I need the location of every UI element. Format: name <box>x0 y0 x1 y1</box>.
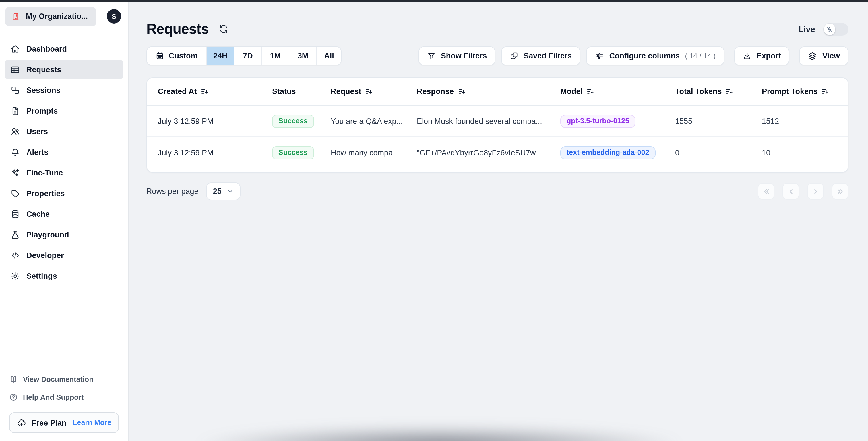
column-header-model[interactable]: Model <box>560 87 675 96</box>
last-page-button[interactable] <box>832 183 848 200</box>
sidebar-item-alerts[interactable]: Alerts <box>5 142 123 162</box>
sidebar-item-dashboard[interactable]: Dashboard <box>5 39 123 59</box>
toolbar: Custom 24H 7D 1M 3M All Show Filters Sav… <box>146 46 848 65</box>
funnel-icon <box>427 52 436 60</box>
sidebar-item-cache[interactable]: Cache <box>5 204 123 224</box>
column-header-created-at[interactable]: Created At <box>158 87 272 96</box>
time-range-selector: Custom 24H 7D 1M 3M All <box>146 46 342 65</box>
building-icon <box>12 12 21 21</box>
prompt-tokens-cell: 1512 <box>762 117 848 125</box>
response-cell: "GF+/PAvdYbyrrGo8yFz6vIeSU7w... <box>417 148 560 157</box>
sidebar-item-requests[interactable]: Requests <box>5 60 123 79</box>
show-filters-button[interactable]: Show Filters <box>418 46 496 65</box>
bell-icon <box>10 147 20 157</box>
live-toggle[interactable] <box>823 23 848 35</box>
column-header-prompt-tokens[interactable]: Prompt Tokens <box>762 87 848 96</box>
configure-columns-button[interactable]: Configure columns ( 14 / 14 ) <box>586 46 724 65</box>
time-range-custom[interactable]: Custom <box>147 47 206 65</box>
users-icon <box>10 127 20 136</box>
table-row[interactable]: July 3 12:59 PM Success You are a Q&A ex… <box>147 105 848 137</box>
time-range-3m[interactable]: 3M <box>289 47 317 65</box>
org-name: My Organizatio... <box>26 12 88 21</box>
view-documentation-link[interactable]: View Documentation <box>9 370 119 388</box>
time-range-all[interactable]: All <box>317 47 341 65</box>
layers-icon <box>808 51 817 61</box>
calendar-icon <box>156 52 164 60</box>
status-cell: Success <box>272 114 331 128</box>
sidebar-item-fine-tune[interactable]: Fine-Tune <box>5 163 123 182</box>
model-cell: gpt-3.5-turbo-0125 <box>560 114 675 128</box>
first-page-button[interactable] <box>758 183 774 200</box>
sidebar-item-playground[interactable]: Playground <box>5 225 123 244</box>
model-badge: text-embedding-ada-002 <box>560 146 656 159</box>
org-header: My Organizatio... S <box>0 0 128 33</box>
sidebar-item-prompts[interactable]: Prompts <box>5 101 123 121</box>
status-badge: Success <box>272 114 314 128</box>
sidebar-nav: Dashboard Requests Sessions Prompts User… <box>0 33 128 285</box>
column-header-total-tokens[interactable]: Total Tokens <box>675 87 762 96</box>
requests-table: Created At Status Request Response Model <box>146 77 848 173</box>
live-toggle-knob <box>824 23 835 35</box>
saved-filters-button[interactable]: Saved Filters <box>501 46 580 65</box>
page-header: Requests Live <box>146 20 848 38</box>
sidebar-item-sessions[interactable]: Sessions <box>5 80 123 100</box>
request-cell: You are a Q&A exp... <box>331 117 417 125</box>
sidebar-item-users[interactable]: Users <box>5 122 123 141</box>
pager-buttons <box>758 183 848 200</box>
time-range-1m[interactable]: 1M <box>261 47 289 65</box>
view-button[interactable]: View <box>799 46 848 65</box>
book-open-icon <box>9 375 18 384</box>
total-tokens-cell: 0 <box>675 148 762 157</box>
database-icon <box>10 209 20 219</box>
sidebar-item-properties[interactable]: Properties <box>5 183 123 203</box>
table-row[interactable]: July 3 12:59 PM Success How many compa..… <box>147 137 848 168</box>
rows-per-page-select[interactable]: 25 <box>206 182 241 200</box>
chevron-down-icon <box>227 188 234 195</box>
user-avatar[interactable]: S <box>107 9 121 24</box>
adjustments-icon <box>595 51 604 61</box>
chevron-right-icon <box>811 187 819 195</box>
previous-page-button[interactable] <box>782 183 799 200</box>
export-button[interactable]: Export <box>734 46 789 65</box>
plan-label: Free Plan <box>32 418 67 427</box>
org-switcher-button[interactable]: My Organizatio... <box>5 7 96 26</box>
sidebar: My Organizatio... S Dashboard Requests S… <box>0 0 129 441</box>
sidebar-footer: View Documentation Help And Support Free… <box>0 370 128 441</box>
sidebar-item-developer[interactable]: Developer <box>5 245 123 265</box>
learn-more-link[interactable]: Learn More <box>73 419 112 427</box>
column-header-status[interactable]: Status <box>272 87 331 96</box>
table-icon <box>10 65 20 74</box>
column-header-request[interactable]: Request <box>331 87 417 96</box>
next-page-button[interactable] <box>807 183 824 200</box>
sort-icon <box>726 88 733 95</box>
column-header-response[interactable]: Response <box>417 87 560 96</box>
help-and-support-link[interactable]: Help And Support <box>9 388 119 406</box>
configure-columns-count: ( 14 / 14 ) <box>685 52 716 60</box>
sort-icon <box>201 88 208 95</box>
live-label: Live <box>799 24 815 34</box>
tag-icon <box>10 189 20 198</box>
window-top-edge <box>0 0 868 1</box>
app-window: My Organizatio... S Dashboard Requests S… <box>0 0 868 441</box>
sort-icon <box>365 88 373 95</box>
model-badge: gpt-3.5-turbo-0125 <box>560 114 636 128</box>
sidebar-item-settings[interactable]: Settings <box>5 266 123 285</box>
time-range-24h[interactable]: 24H <box>206 47 234 65</box>
status-badge: Success <box>272 146 314 159</box>
sort-icon <box>587 88 594 95</box>
time-range-7d[interactable]: 7D <box>234 47 261 65</box>
refresh-button[interactable] <box>218 24 228 34</box>
document-icon <box>10 106 20 115</box>
sparkles-icon <box>10 168 20 177</box>
beaker-icon <box>10 230 20 239</box>
download-icon <box>743 52 751 60</box>
chevron-left-icon <box>787 187 795 195</box>
bolt-slash-icon <box>826 26 833 32</box>
page-title: Requests <box>146 21 209 37</box>
created-at-cell: July 3 12:59 PM <box>158 148 272 157</box>
table-header-row: Created At Status Request Response Model <box>147 78 848 105</box>
response-cell: Elon Musk founded several compa... <box>417 117 560 125</box>
sort-icon <box>822 88 829 95</box>
main-content: Requests Live Custom 24H <box>129 0 868 441</box>
chevrons-right-icon <box>836 187 844 195</box>
